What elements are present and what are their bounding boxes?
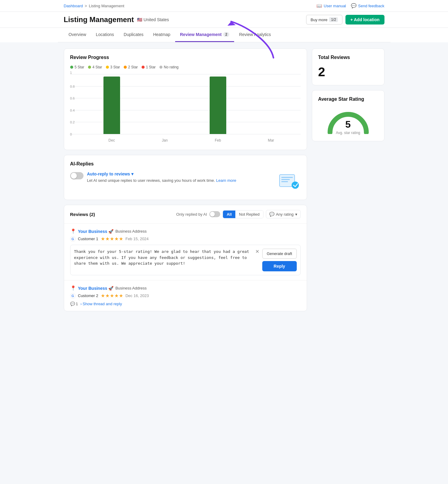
svg-rect-2 (281, 177, 293, 178)
chevron-down-icon: ▾ (295, 212, 297, 217)
total-reviews-card: Total Reviews 2 (312, 48, 384, 85)
breadcrumb-sep: > (85, 4, 87, 8)
customer-line-1: G Customer 1 ★ ★ ★ ★ ★ Feb 15, 2024 (70, 236, 301, 242)
chart-legend: 5 Star 4 Star 3 Star 2 Star (70, 65, 301, 69)
avg-rating-value: 5 (345, 119, 351, 130)
customer-name-1: Customer 1 (78, 237, 98, 241)
reply-button-1[interactable]: Reply (262, 261, 297, 271)
business-name-1: Your Business 🚀 (78, 229, 114, 234)
breadcrumb-home[interactable]: Dashboard (64, 4, 83, 8)
google-logo: G (70, 236, 76, 242)
only-replied-label: Only replied by AI (176, 212, 207, 217)
auto-reply-link[interactable]: Auto-reply to reviews ▾ (87, 172, 237, 176)
avg-rating-label: Avg. star rating (336, 131, 360, 135)
gauge-container: 5 Avg. star rating (318, 107, 378, 135)
reviews-header: Reviews (2) Only replied by AI All Not R… (64, 205, 307, 224)
ai-replies-title: AI-Replies (70, 161, 301, 167)
page-title-area: Listing Management 🇺🇸 United States (64, 15, 169, 24)
legend-5star: 5 Star (70, 65, 84, 69)
location-pin-icon: 📍 (70, 228, 76, 234)
review-date-2: Dec 16, 2023 (126, 293, 149, 298)
thread-row-2: 💬 1 › Show thread and reply (70, 302, 301, 306)
nav-tabs: Overview Locations Duplicates Heatmap Re… (58, 28, 391, 42)
legend-2star: 2 Star (124, 65, 138, 69)
thread-count-icon: 💬 1 (70, 302, 78, 306)
review-item-2: 📍 Your Business 🚀 Business Address G Cus… (64, 280, 307, 311)
legend-4star: 4 Star (88, 65, 102, 69)
tab-duplicates[interactable]: Duplicates (119, 28, 148, 42)
tab-review-analytics[interactable]: Review Analytics (234, 28, 276, 42)
ai-replies-card: AI-Replies Auto-reply to reviews ▾ (64, 155, 307, 200)
bar-feb (210, 77, 226, 134)
thread-count: 1 (76, 302, 78, 306)
tab-review-management[interactable]: Review Management 2 (175, 28, 234, 42)
review-progress-card: Review Progress 5 Star (64, 48, 307, 150)
filter-tab-all[interactable]: All (223, 211, 235, 218)
generate-draft-button-1[interactable]: Generate draft (262, 249, 297, 259)
ai-illustration (276, 172, 301, 194)
page-title: Listing Management (64, 15, 134, 24)
x-labels: Dec Jan Feb Mar (82, 138, 301, 142)
country-name: United States (144, 17, 169, 22)
show-thread-link[interactable]: › Show thread and reply (80, 302, 122, 306)
tab-heatmap[interactable]: Heatmap (148, 28, 175, 42)
user-manual-link[interactable]: 📖 User manual (316, 3, 346, 8)
legend-1star: 1 Star (142, 65, 156, 69)
reply-textarea-1[interactable]: Thank you for your 5-star rating! We are… (74, 249, 252, 267)
business-address-1: Business Address (115, 229, 146, 234)
tab-overview[interactable]: Overview (64, 28, 91, 42)
star-rating-2: ★ ★ ★ ★ ★ (101, 293, 123, 299)
buy-more-button[interactable]: Buy more 1/2 (306, 15, 342, 25)
svg-rect-4 (281, 181, 288, 182)
chat-icon: 💬 (269, 212, 274, 217)
buy-more-badge: 1/2 (329, 17, 338, 22)
review-management-badge: 2 (223, 32, 230, 37)
feedback-icon: 💬 (351, 3, 357, 8)
location-pin-icon-2: 📍 (70, 285, 76, 291)
customer-line-2: G Customer 2 ★ ★ ★ ★ ★ Dec 16, 2023 (70, 293, 301, 299)
ai-reply-description: Let AI send unique replies to user revie… (87, 178, 237, 184)
country-badge: 🇺🇸 United States (137, 17, 169, 22)
chevron-right-icon: › (80, 302, 82, 306)
star-rating-1: ★ ★ ★ ★ ★ (101, 236, 123, 242)
top-actions: 📖 User manual 💬 Send feedback (316, 3, 384, 8)
comment-icon: 💬 (70, 302, 75, 306)
review-progress-title: Review Progress (70, 55, 301, 60)
business-line-2: 📍 Your Business 🚀 Business Address (70, 285, 301, 291)
learn-more-link[interactable]: Learn more (216, 178, 236, 183)
legend-norating: No rating (159, 65, 179, 69)
business-address-2: Business Address (115, 286, 146, 290)
filter-tab-not-replied[interactable]: Not Replied (235, 211, 263, 218)
review-date-1: Feb 15, 2024 (126, 237, 149, 241)
google-logo-2: G (70, 293, 76, 299)
business-name-2: Your Business 🚀 (78, 286, 114, 291)
flag-icon: 🇺🇸 (137, 17, 142, 22)
review-item: 📍 Your Business 🚀 Business Address G Cus… (64, 224, 307, 280)
reply-actions-1: Generate draft Reply (262, 249, 297, 271)
avg-rating-title: Average Star Rating (318, 96, 378, 102)
reviews-section: Reviews (2) Only replied by AI All Not R… (64, 205, 307, 311)
auto-reply-toggle[interactable] (70, 172, 83, 179)
bars (82, 74, 301, 134)
svg-rect-3 (281, 179, 290, 180)
reviews-filters: Only replied by AI All Not Replied 💬 Any… (176, 210, 301, 218)
book-icon: 📖 (316, 3, 322, 8)
customer-name-2: Customer 2 (78, 293, 98, 298)
tab-locations[interactable]: Locations (91, 28, 119, 42)
avg-rating-card: Average Star Rating 5 Avg. star rating (312, 90, 384, 141)
chevron-down-icon: ▾ (131, 172, 133, 176)
send-feedback-link[interactable]: 💬 Send feedback (351, 3, 384, 8)
only-replied-toggle[interactable] (209, 211, 220, 217)
rating-filter-dropdown[interactable]: 💬 Any rating ▾ (266, 210, 301, 218)
business-line-1: 📍 Your Business 🚀 Business Address (70, 228, 301, 234)
bar-dec (103, 77, 120, 134)
filter-tabs: All Not Replied (223, 210, 263, 218)
reply-box-1: Thank you for your 5-star rating! We are… (70, 245, 301, 275)
legend-3star: 3 Star (106, 65, 120, 69)
total-reviews-value: 2 (318, 65, 378, 79)
reviews-title: Reviews (2) (70, 212, 95, 217)
add-location-button[interactable]: + Add location (345, 15, 384, 25)
header-buttons: Buy more 1/2 + Add location (306, 15, 384, 25)
reply-close-button-1[interactable]: ✕ (255, 249, 259, 254)
svg-point-5 (292, 182, 299, 189)
